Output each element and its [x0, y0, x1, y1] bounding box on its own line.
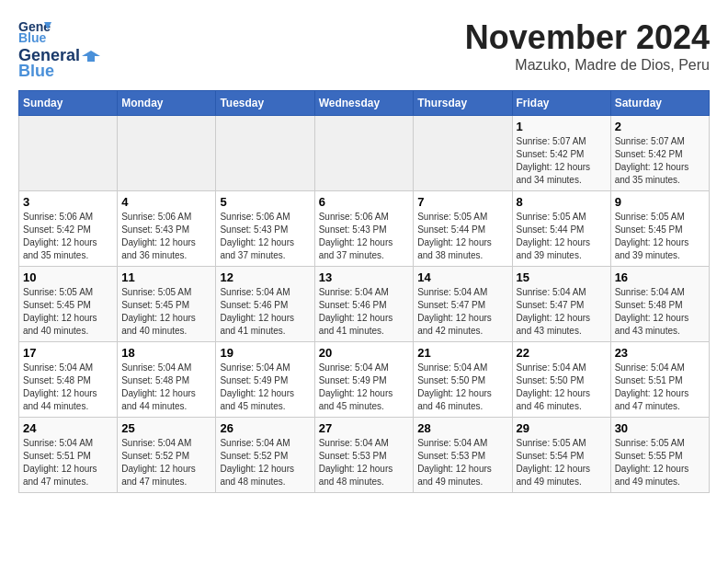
- day-info: Sunrise: 5:06 AM Sunset: 5:43 PM Dayligh…: [121, 211, 211, 262]
- day-info: Sunrise: 5:05 AM Sunset: 5:45 PM Dayligh…: [615, 211, 705, 262]
- calendar-cell: 16Sunrise: 5:04 AM Sunset: 5:48 PM Dayli…: [610, 267, 709, 342]
- day-number: 13: [319, 270, 410, 284]
- day-number: 17: [23, 346, 113, 360]
- day-number: 18: [121, 346, 211, 360]
- day-number: 4: [121, 195, 211, 209]
- calendar-cell: 1Sunrise: 5:07 AM Sunset: 5:42 PM Daylig…: [512, 116, 610, 191]
- day-info: Sunrise: 5:05 AM Sunset: 5:45 PM Dayligh…: [121, 286, 211, 338]
- page-header: General Blue General Blue November 2024 …: [18, 18, 710, 81]
- calendar-cell: [314, 116, 414, 191]
- calendar-cell: 7Sunrise: 5:05 AM Sunset: 5:44 PM Daylig…: [414, 191, 512, 267]
- calendar-cell: 21Sunrise: 5:04 AM Sunset: 5:50 PM Dayli…: [414, 342, 512, 418]
- day-number: 8: [517, 195, 607, 209]
- day-info: Sunrise: 5:07 AM Sunset: 5:42 PM Dayligh…: [615, 135, 705, 187]
- day-info: Sunrise: 5:04 AM Sunset: 5:46 PM Dayligh…: [319, 286, 410, 338]
- calendar-cell: 18Sunrise: 5:04 AM Sunset: 5:48 PM Dayli…: [118, 342, 216, 418]
- calendar-week-row: 17Sunrise: 5:04 AM Sunset: 5:48 PM Dayli…: [19, 342, 710, 418]
- day-info: Sunrise: 5:04 AM Sunset: 5:47 PM Dayligh…: [417, 286, 507, 338]
- day-number: 14: [417, 270, 507, 284]
- day-info: Sunrise: 5:04 AM Sunset: 5:50 PM Dayligh…: [517, 362, 607, 413]
- calendar-cell: 22Sunrise: 5:04 AM Sunset: 5:50 PM Dayli…: [512, 342, 610, 418]
- day-info: Sunrise: 5:06 AM Sunset: 5:43 PM Dayligh…: [319, 211, 410, 262]
- calendar-cell: 6Sunrise: 5:06 AM Sunset: 5:43 PM Daylig…: [314, 191, 414, 267]
- calendar-cell: 15Sunrise: 5:04 AM Sunset: 5:47 PM Dayli…: [512, 267, 610, 342]
- calendar-week-row: 1Sunrise: 5:07 AM Sunset: 5:42 PM Daylig…: [19, 116, 710, 191]
- logo-bird-icon: [82, 49, 100, 63]
- calendar-cell: 29Sunrise: 5:05 AM Sunset: 5:54 PM Dayli…: [512, 418, 610, 493]
- day-number: 20: [319, 346, 410, 360]
- calendar-cell: 4Sunrise: 5:06 AM Sunset: 5:43 PM Daylig…: [118, 191, 216, 267]
- day-info: Sunrise: 5:04 AM Sunset: 5:53 PM Dayligh…: [417, 437, 507, 488]
- day-info: Sunrise: 5:04 AM Sunset: 5:51 PM Dayligh…: [615, 362, 705, 413]
- day-info: Sunrise: 5:04 AM Sunset: 5:50 PM Dayligh…: [417, 362, 507, 413]
- calendar-header-saturday: Saturday: [610, 91, 709, 116]
- title-section: November 2024 Mazuko, Madre de Dios, Per…: [465, 18, 710, 74]
- calendar-cell: 14Sunrise: 5:04 AM Sunset: 5:47 PM Dayli…: [414, 267, 512, 342]
- day-info: Sunrise: 5:05 AM Sunset: 5:44 PM Dayligh…: [417, 211, 507, 262]
- day-number: 25: [121, 421, 211, 435]
- calendar-cell: 2Sunrise: 5:07 AM Sunset: 5:42 PM Daylig…: [610, 116, 709, 191]
- day-info: Sunrise: 5:04 AM Sunset: 5:53 PM Dayligh…: [319, 437, 410, 488]
- calendar-cell: [414, 116, 512, 191]
- svg-text:Blue: Blue: [18, 30, 47, 44]
- svg-marker-3: [82, 51, 100, 62]
- calendar-cell: 3Sunrise: 5:06 AM Sunset: 5:42 PM Daylig…: [19, 191, 118, 267]
- calendar-cell: 5Sunrise: 5:06 AM Sunset: 5:43 PM Daylig…: [216, 191, 314, 267]
- day-number: 21: [417, 346, 507, 360]
- page-title: November 2024: [465, 18, 710, 57]
- calendar-cell: 24Sunrise: 5:04 AM Sunset: 5:51 PM Dayli…: [19, 418, 118, 493]
- day-number: 11: [121, 270, 211, 284]
- day-number: 23: [615, 346, 705, 360]
- calendar-cell: [19, 116, 118, 191]
- day-number: 12: [220, 270, 310, 284]
- day-info: Sunrise: 5:04 AM Sunset: 5:48 PM Dayligh…: [121, 362, 211, 413]
- calendar-cell: 20Sunrise: 5:04 AM Sunset: 5:49 PM Dayli…: [314, 342, 414, 418]
- day-number: 2: [615, 120, 705, 133]
- calendar-cell: [118, 116, 216, 191]
- calendar-header-tuesday: Tuesday: [216, 91, 314, 116]
- day-number: 27: [319, 421, 410, 435]
- calendar-cell: 13Sunrise: 5:04 AM Sunset: 5:46 PM Dayli…: [314, 267, 414, 342]
- calendar-cell: 27Sunrise: 5:04 AM Sunset: 5:53 PM Dayli…: [314, 418, 414, 493]
- day-info: Sunrise: 5:05 AM Sunset: 5:45 PM Dayligh…: [23, 286, 113, 338]
- day-info: Sunrise: 5:04 AM Sunset: 5:46 PM Dayligh…: [220, 286, 310, 338]
- day-number: 6: [319, 195, 410, 209]
- calendar-cell: 30Sunrise: 5:05 AM Sunset: 5:55 PM Dayli…: [610, 418, 709, 493]
- day-number: 24: [23, 421, 113, 435]
- calendar-cell: 10Sunrise: 5:05 AM Sunset: 5:45 PM Dayli…: [19, 267, 118, 342]
- day-number: 1: [517, 120, 607, 133]
- calendar-table: SundayMondayTuesdayWednesdayThursdayFrid…: [18, 90, 710, 493]
- calendar-cell: 12Sunrise: 5:04 AM Sunset: 5:46 PM Dayli…: [216, 267, 314, 342]
- day-number: 16: [615, 270, 705, 284]
- day-number: 22: [517, 346, 607, 360]
- calendar-cell: 26Sunrise: 5:04 AM Sunset: 5:52 PM Dayli…: [216, 418, 314, 493]
- calendar-week-row: 3Sunrise: 5:06 AM Sunset: 5:42 PM Daylig…: [19, 191, 710, 267]
- day-info: Sunrise: 5:06 AM Sunset: 5:43 PM Dayligh…: [220, 211, 310, 262]
- day-info: Sunrise: 5:04 AM Sunset: 5:49 PM Dayligh…: [319, 362, 410, 413]
- calendar-cell: 17Sunrise: 5:04 AM Sunset: 5:48 PM Dayli…: [19, 342, 118, 418]
- day-number: 9: [615, 195, 705, 209]
- calendar-header-sunday: Sunday: [19, 91, 118, 116]
- calendar-cell: 28Sunrise: 5:04 AM Sunset: 5:53 PM Dayli…: [414, 418, 512, 493]
- calendar-cell: 8Sunrise: 5:05 AM Sunset: 5:44 PM Daylig…: [512, 191, 610, 267]
- calendar-cell: 11Sunrise: 5:05 AM Sunset: 5:45 PM Dayli…: [118, 267, 216, 342]
- day-info: Sunrise: 5:04 AM Sunset: 5:52 PM Dayligh…: [121, 437, 211, 488]
- calendar-week-row: 10Sunrise: 5:05 AM Sunset: 5:45 PM Dayli…: [19, 267, 710, 342]
- day-info: Sunrise: 5:05 AM Sunset: 5:55 PM Dayligh…: [615, 437, 705, 488]
- calendar-header-monday: Monday: [118, 91, 216, 116]
- page-subtitle: Mazuko, Madre de Dios, Peru: [465, 57, 710, 74]
- day-number: 29: [517, 421, 607, 435]
- logo-blue-text: Blue: [18, 62, 54, 81]
- calendar-header-friday: Friday: [512, 91, 610, 116]
- day-number: 5: [220, 195, 310, 209]
- calendar-cell: [216, 116, 314, 191]
- day-number: 15: [517, 270, 607, 284]
- day-number: 28: [417, 421, 507, 435]
- calendar-cell: 25Sunrise: 5:04 AM Sunset: 5:52 PM Dayli…: [118, 418, 216, 493]
- calendar-cell: 23Sunrise: 5:04 AM Sunset: 5:51 PM Dayli…: [610, 342, 709, 418]
- day-info: Sunrise: 5:04 AM Sunset: 5:49 PM Dayligh…: [220, 362, 310, 413]
- calendar-header-wednesday: Wednesday: [314, 91, 414, 116]
- day-info: Sunrise: 5:04 AM Sunset: 5:52 PM Dayligh…: [220, 437, 310, 488]
- day-number: 26: [220, 421, 310, 435]
- day-number: 3: [23, 195, 113, 209]
